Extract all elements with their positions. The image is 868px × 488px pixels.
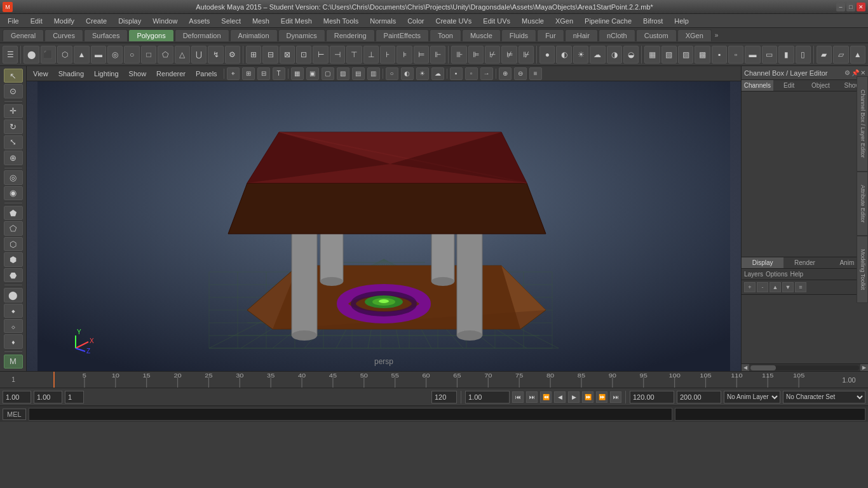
- l-tab-render[interactable]: Render: [783, 257, 825, 268]
- tool-snap5[interactable]: ⊮: [519, 46, 534, 64]
- tool-uv2[interactable]: ▧: [661, 46, 677, 64]
- range-start-field[interactable]: [630, 391, 674, 403]
- tab-scroll-right[interactable]: »: [712, 30, 721, 40]
- right-panel-settings-icon[interactable]: ⚙: [844, 69, 850, 76]
- vp-icon-3[interactable]: ⊟: [257, 67, 270, 80]
- tool-combine[interactable]: ⊡: [296, 46, 311, 64]
- vp-icon-4[interactable]: T: [273, 67, 285, 80]
- menu-pipeline[interactable]: Pipeline Cache: [580, 16, 637, 26]
- tool-cube[interactable]: ⬛: [41, 46, 56, 64]
- tool-gear[interactable]: ⚙: [225, 46, 240, 64]
- tool-smooth[interactable]: ⊤: [346, 46, 362, 64]
- vp-res-3[interactable]: →: [480, 67, 493, 80]
- tab-dynamics[interactable]: Dynamics: [278, 29, 325, 41]
- vp-extra-2[interactable]: ⊖: [514, 67, 527, 80]
- character-set-select[interactable]: No Character Set: [783, 391, 865, 403]
- layer-moveup-icon[interactable]: ▲: [770, 282, 781, 292]
- scroll-track[interactable]: [750, 365, 859, 370]
- tool-uv5[interactable]: ▪: [712, 46, 727, 64]
- minimize-button[interactable]: –: [836, 3, 845, 11]
- tab-rendering[interactable]: Rendering: [326, 29, 375, 41]
- edge-tab-attribute-editor[interactable]: Attribute Editor: [857, 172, 868, 236]
- tool-quads[interactable]: ⊦: [380, 46, 395, 64]
- tool-sphere[interactable]: ⬤: [24, 46, 39, 64]
- viewport-inner[interactable]: X Y Z persp: [27, 81, 741, 371]
- mel-label[interactable]: MEL: [3, 409, 26, 420]
- tool-menu-icon[interactable]: ☰: [3, 46, 18, 64]
- menu-edit-mesh[interactable]: Edit Mesh: [276, 16, 317, 26]
- tab-custom[interactable]: Custom: [636, 29, 677, 41]
- menu-create[interactable]: Create: [81, 16, 112, 26]
- menu-assets[interactable]: Assets: [184, 16, 215, 26]
- tool-move[interactable]: ✛: [4, 104, 23, 118]
- menu-color[interactable]: Color: [402, 16, 429, 26]
- tab-animation[interactable]: Animation: [230, 29, 278, 41]
- tool-extrude[interactable]: ⊞: [246, 46, 261, 64]
- layer-movedown-icon[interactable]: ▼: [782, 282, 794, 292]
- tool-checker3[interactable]: ▲: [850, 46, 865, 64]
- vp-display-6[interactable]: ▥: [367, 67, 380, 80]
- tool-extra4[interactable]: ⬧: [4, 334, 23, 348]
- tool-pyramid[interactable]: △: [175, 46, 190, 64]
- playback-end-field[interactable]: [431, 391, 457, 403]
- vp-cam-1[interactable]: ○: [386, 67, 398, 80]
- tool-scale[interactable]: ⤡: [4, 135, 23, 149]
- tool-torus[interactable]: ◎: [107, 46, 123, 64]
- menu-mesh-tools[interactable]: Mesh Tools: [318, 16, 363, 26]
- vp-menu-shading[interactable]: Shading: [55, 69, 88, 79]
- tab-xgen[interactable]: XGen: [677, 29, 712, 41]
- tab-toon[interactable]: Toon: [430, 29, 461, 41]
- tool-rotate[interactable]: ↻: [4, 119, 23, 133]
- play-beginning-button[interactable]: ⏮: [512, 391, 524, 403]
- menu-display[interactable]: Display: [113, 16, 146, 26]
- layer-sort-icon[interactable]: ≡: [795, 282, 806, 292]
- menu-bifrost[interactable]: Bifrost: [638, 16, 668, 26]
- tool-uv9[interactable]: ▮: [778, 46, 794, 64]
- tool-checker2[interactable]: ▱: [833, 46, 848, 64]
- vp-icon-1[interactable]: ⌖: [227, 67, 240, 80]
- menu-normals[interactable]: Normals: [365, 16, 401, 26]
- menu-create-uvs[interactable]: Create UVs: [430, 16, 477, 26]
- tool-paint-effects[interactable]: ⬢: [4, 252, 23, 266]
- layer-delete-icon[interactable]: -: [757, 282, 768, 292]
- vp-menu-panels[interactable]: Panels: [192, 69, 221, 79]
- vp-display-2[interactable]: ▣: [306, 67, 319, 80]
- tool-soft-select[interactable]: ◎: [4, 170, 23, 184]
- tool-snap4[interactable]: ⊭: [501, 46, 517, 64]
- vp-display-3[interactable]: ▢: [322, 67, 334, 80]
- tool-show-manip[interactable]: ◉: [4, 186, 23, 200]
- scroll-left-arrow[interactable]: ◀: [742, 364, 749, 372]
- tool-checkerboard[interactable]: ▰: [817, 46, 832, 64]
- tool-render2[interactable]: ◐: [556, 46, 571, 64]
- menu-mesh[interactable]: Mesh: [247, 16, 275, 26]
- menu-file[interactable]: File: [3, 16, 24, 26]
- step-back-button[interactable]: ⏭: [526, 391, 538, 403]
- time-field[interactable]: [465, 391, 510, 403]
- tool-paint-attr[interactable]: ⬡: [4, 237, 23, 251]
- menu-xgen[interactable]: XGen: [550, 16, 578, 26]
- tab-general[interactable]: General: [3, 29, 44, 41]
- menu-window[interactable]: Window: [147, 16, 182, 26]
- vp-menu-view[interactable]: View: [29, 69, 52, 79]
- tool-select[interactable]: ↖: [4, 69, 23, 83]
- vp-res-2[interactable]: ▫: [465, 67, 478, 80]
- tool-boolean[interactable]: ⊣: [330, 46, 345, 64]
- tool-fill[interactable]: ⊧: [397, 46, 412, 64]
- tool-shadow[interactable]: ◑: [607, 46, 622, 64]
- tool-extra2[interactable]: ⬥: [4, 304, 23, 318]
- tool-cone[interactable]: ▲: [74, 46, 89, 64]
- maximize-button[interactable]: □: [846, 3, 855, 11]
- tool-uv6[interactable]: ▫: [728, 46, 743, 64]
- right-panel-pin-icon[interactable]: 📌: [851, 69, 859, 76]
- tool-helix[interactable]: ↯: [208, 46, 223, 64]
- edge-tab-modeling-toolkit[interactable]: Modeling Toolkit: [857, 236, 868, 303]
- menu-edit-uvs[interactable]: Edit UVs: [478, 16, 515, 26]
- tool-select-lasso[interactable]: ⊙: [4, 84, 23, 98]
- layer-menu-layers[interactable]: Layers: [744, 271, 763, 278]
- vp-light-2[interactable]: ☁: [431, 67, 444, 80]
- current-frame-field[interactable]: [65, 391, 84, 403]
- tab-muscle[interactable]: Muscle: [462, 29, 501, 41]
- loop-button[interactable]: ⏭: [610, 391, 621, 403]
- tool-cylinder[interactable]: ⬡: [57, 46, 72, 64]
- menu-help[interactable]: Help: [669, 16, 694, 26]
